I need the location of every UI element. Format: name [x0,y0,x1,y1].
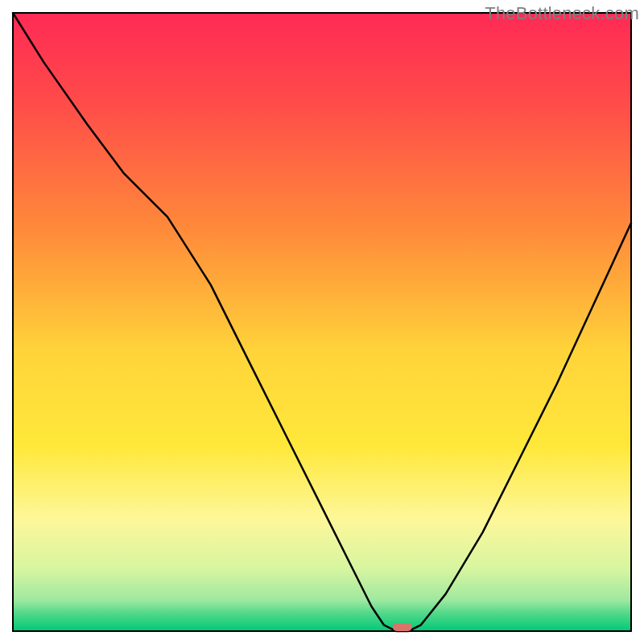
gradient-background [13,13,631,631]
optimal-marker [393,623,412,631]
watermark-label: TheBottleneck.com [485,3,639,24]
bottleneck-chart: TheBottleneck.com [0,0,644,644]
chart-svg [0,0,644,644]
